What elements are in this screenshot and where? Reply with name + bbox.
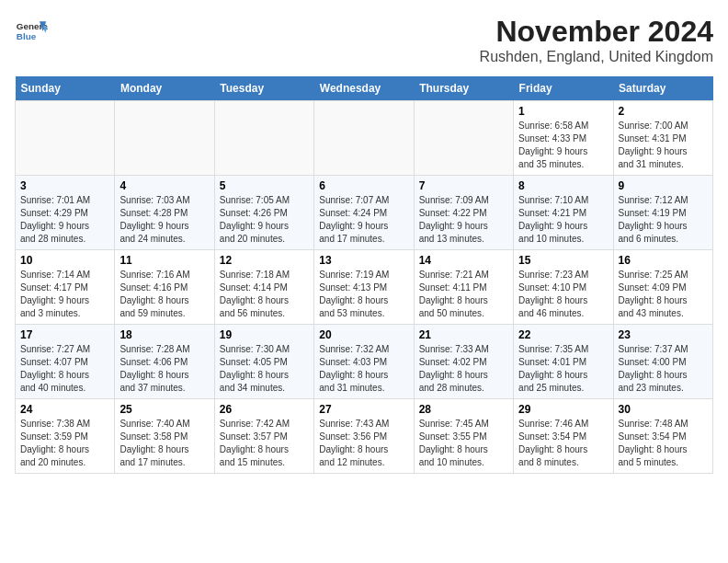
day-number: 3 bbox=[20, 179, 109, 192]
svg-text:Blue: Blue bbox=[17, 31, 37, 41]
day-number: 9 bbox=[619, 179, 708, 192]
title-area: November 2024 Rushden, England, United K… bbox=[480, 15, 713, 65]
calendar-cell bbox=[16, 101, 115, 176]
day-info: Sunrise: 7:42 AM Sunset: 3:57 PM Dayligh… bbox=[220, 418, 309, 469]
logo: General Blue bbox=[15, 15, 48, 48]
calendar-cell: 4Sunrise: 7:03 AM Sunset: 4:28 PM Daylig… bbox=[115, 176, 214, 250]
calendar-cell: 30Sunrise: 7:48 AM Sunset: 3:54 PM Dayli… bbox=[613, 399, 712, 474]
calendar-cell: 15Sunrise: 7:23 AM Sunset: 4:10 PM Dayli… bbox=[514, 250, 613, 325]
calendar-week-row: 3Sunrise: 7:01 AM Sunset: 4:29 PM Daylig… bbox=[16, 176, 713, 250]
calendar-cell bbox=[214, 101, 313, 176]
calendar-cell: 7Sunrise: 7:09 AM Sunset: 4:22 PM Daylig… bbox=[414, 176, 513, 250]
calendar-cell: 18Sunrise: 7:28 AM Sunset: 4:06 PM Dayli… bbox=[115, 325, 214, 399]
calendar-week-row: 10Sunrise: 7:14 AM Sunset: 4:17 PM Dayli… bbox=[16, 250, 713, 325]
day-number: 5 bbox=[220, 179, 309, 192]
calendar-table: SundayMondayTuesdayWednesdayThursdayFrid… bbox=[15, 76, 713, 474]
day-info: Sunrise: 7:05 AM Sunset: 4:26 PM Dayligh… bbox=[220, 194, 309, 246]
calendar-cell: 5Sunrise: 7:05 AM Sunset: 4:26 PM Daylig… bbox=[214, 176, 313, 250]
calendar-cell bbox=[414, 101, 513, 176]
location: Rushden, England, United Kingdom bbox=[480, 49, 713, 65]
day-info: Sunrise: 7:00 AM Sunset: 4:31 PM Dayligh… bbox=[619, 120, 708, 171]
day-info: Sunrise: 7:25 AM Sunset: 4:09 PM Dayligh… bbox=[619, 269, 708, 320]
day-number: 22 bbox=[518, 328, 608, 341]
calendar-cell: 9Sunrise: 7:12 AM Sunset: 4:19 PM Daylig… bbox=[613, 176, 712, 250]
calendar-cell: 25Sunrise: 7:40 AM Sunset: 3:58 PM Dayli… bbox=[115, 399, 214, 474]
day-info: Sunrise: 7:30 AM Sunset: 4:05 PM Dayligh… bbox=[220, 343, 309, 395]
calendar-cell: 24Sunrise: 7:38 AM Sunset: 3:59 PM Dayli… bbox=[16, 399, 115, 474]
weekday-header-tuesday: Tuesday bbox=[214, 76, 313, 101]
day-info: Sunrise: 7:40 AM Sunset: 3:58 PM Dayligh… bbox=[119, 418, 209, 469]
day-number: 27 bbox=[319, 403, 408, 416]
calendar-cell: 19Sunrise: 7:30 AM Sunset: 4:05 PM Dayli… bbox=[214, 325, 313, 399]
calendar-cell: 12Sunrise: 7:18 AM Sunset: 4:14 PM Dayli… bbox=[214, 250, 313, 325]
weekday-header-monday: Monday bbox=[115, 76, 214, 101]
day-number: 2 bbox=[619, 105, 708, 118]
day-number: 20 bbox=[319, 328, 408, 341]
calendar-cell: 23Sunrise: 7:37 AM Sunset: 4:00 PM Dayli… bbox=[613, 325, 712, 399]
day-info: Sunrise: 7:27 AM Sunset: 4:07 PM Dayligh… bbox=[20, 343, 109, 395]
day-info: Sunrise: 7:10 AM Sunset: 4:21 PM Dayligh… bbox=[518, 194, 608, 246]
calendar-cell: 11Sunrise: 7:16 AM Sunset: 4:16 PM Dayli… bbox=[115, 250, 214, 325]
calendar-cell: 28Sunrise: 7:45 AM Sunset: 3:55 PM Dayli… bbox=[414, 399, 513, 474]
logo-icon: General Blue bbox=[15, 15, 48, 48]
day-info: Sunrise: 7:14 AM Sunset: 4:17 PM Dayligh… bbox=[20, 269, 109, 320]
calendar-cell: 8Sunrise: 7:10 AM Sunset: 4:21 PM Daylig… bbox=[514, 176, 613, 250]
calendar-cell: 2Sunrise: 7:00 AM Sunset: 4:31 PM Daylig… bbox=[613, 101, 712, 176]
calendar-cell: 6Sunrise: 7:07 AM Sunset: 4:24 PM Daylig… bbox=[314, 176, 414, 250]
day-info: Sunrise: 7:19 AM Sunset: 4:13 PM Dayligh… bbox=[319, 269, 408, 320]
day-info: Sunrise: 7:45 AM Sunset: 3:55 PM Dayligh… bbox=[419, 418, 508, 469]
day-number: 17 bbox=[20, 328, 109, 341]
page-header: General Blue November 2024 Rushden, Engl… bbox=[15, 15, 713, 65]
month-title: November 2024 bbox=[480, 15, 713, 49]
day-info: Sunrise: 7:21 AM Sunset: 4:11 PM Dayligh… bbox=[419, 269, 508, 320]
day-info: Sunrise: 7:23 AM Sunset: 4:10 PM Dayligh… bbox=[518, 269, 608, 320]
day-number: 15 bbox=[518, 254, 608, 267]
weekday-header-friday: Friday bbox=[514, 76, 613, 101]
day-number: 28 bbox=[419, 403, 508, 416]
day-info: Sunrise: 7:09 AM Sunset: 4:22 PM Dayligh… bbox=[419, 194, 508, 246]
day-number: 10 bbox=[20, 254, 109, 267]
day-number: 7 bbox=[419, 179, 508, 192]
day-info: Sunrise: 7:28 AM Sunset: 4:06 PM Dayligh… bbox=[119, 343, 209, 395]
calendar-cell bbox=[314, 101, 414, 176]
weekday-header-thursday: Thursday bbox=[414, 76, 513, 101]
calendar-cell: 3Sunrise: 7:01 AM Sunset: 4:29 PM Daylig… bbox=[16, 176, 115, 250]
calendar-week-row: 17Sunrise: 7:27 AM Sunset: 4:07 PM Dayli… bbox=[16, 325, 713, 399]
calendar-cell: 1Sunrise: 6:58 AM Sunset: 4:33 PM Daylig… bbox=[514, 101, 613, 176]
calendar-cell: 29Sunrise: 7:46 AM Sunset: 3:54 PM Dayli… bbox=[514, 399, 613, 474]
calendar-cell: 10Sunrise: 7:14 AM Sunset: 4:17 PM Dayli… bbox=[16, 250, 115, 325]
calendar-cell: 27Sunrise: 7:43 AM Sunset: 3:56 PM Dayli… bbox=[314, 399, 414, 474]
day-info: Sunrise: 7:32 AM Sunset: 4:03 PM Dayligh… bbox=[319, 343, 408, 395]
weekday-header-row: SundayMondayTuesdayWednesdayThursdayFrid… bbox=[16, 76, 713, 101]
day-number: 29 bbox=[518, 403, 608, 416]
day-number: 4 bbox=[119, 179, 209, 192]
day-number: 18 bbox=[119, 328, 209, 341]
day-info: Sunrise: 7:33 AM Sunset: 4:02 PM Dayligh… bbox=[419, 343, 508, 395]
calendar-week-row: 24Sunrise: 7:38 AM Sunset: 3:59 PM Dayli… bbox=[16, 399, 713, 474]
calendar-cell: 20Sunrise: 7:32 AM Sunset: 4:03 PM Dayli… bbox=[314, 325, 414, 399]
day-number: 30 bbox=[619, 403, 708, 416]
calendar-cell: 14Sunrise: 7:21 AM Sunset: 4:11 PM Dayli… bbox=[414, 250, 513, 325]
day-number: 13 bbox=[319, 254, 408, 267]
day-info: Sunrise: 7:48 AM Sunset: 3:54 PM Dayligh… bbox=[619, 418, 708, 469]
calendar-cell: 17Sunrise: 7:27 AM Sunset: 4:07 PM Dayli… bbox=[16, 325, 115, 399]
day-info: Sunrise: 7:37 AM Sunset: 4:00 PM Dayligh… bbox=[619, 343, 708, 395]
day-number: 26 bbox=[220, 403, 309, 416]
day-number: 12 bbox=[220, 254, 309, 267]
calendar-cell: 26Sunrise: 7:42 AM Sunset: 3:57 PM Dayli… bbox=[214, 399, 313, 474]
calendar-cell bbox=[115, 101, 214, 176]
calendar-week-row: 1Sunrise: 6:58 AM Sunset: 4:33 PM Daylig… bbox=[16, 101, 713, 176]
calendar-cell: 21Sunrise: 7:33 AM Sunset: 4:02 PM Dayli… bbox=[414, 325, 513, 399]
day-info: Sunrise: 7:18 AM Sunset: 4:14 PM Dayligh… bbox=[220, 269, 309, 320]
day-number: 25 bbox=[119, 403, 209, 416]
day-info: Sunrise: 7:43 AM Sunset: 3:56 PM Dayligh… bbox=[319, 418, 408, 469]
day-info: Sunrise: 7:16 AM Sunset: 4:16 PM Dayligh… bbox=[119, 269, 209, 320]
weekday-header-sunday: Sunday bbox=[16, 76, 115, 101]
day-info: Sunrise: 7:12 AM Sunset: 4:19 PM Dayligh… bbox=[619, 194, 708, 246]
day-number: 8 bbox=[518, 179, 608, 192]
day-number: 23 bbox=[619, 328, 708, 341]
day-info: Sunrise: 7:01 AM Sunset: 4:29 PM Dayligh… bbox=[20, 194, 109, 246]
weekday-header-wednesday: Wednesday bbox=[314, 76, 414, 101]
day-number: 11 bbox=[119, 254, 209, 267]
day-info: Sunrise: 6:58 AM Sunset: 4:33 PM Dayligh… bbox=[518, 120, 608, 171]
